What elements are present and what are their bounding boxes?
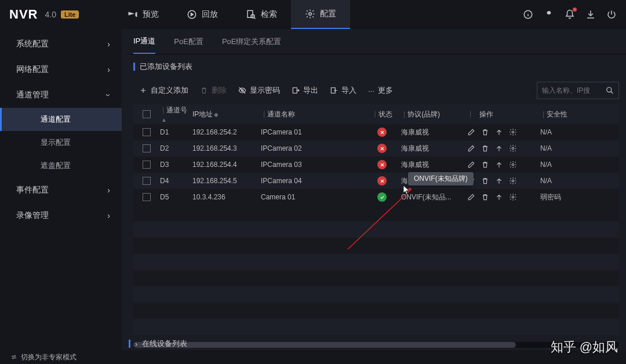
row-checkbox[interactable] — [143, 128, 151, 136]
svg-point-8 — [607, 88, 612, 92]
expert-mode-toggle[interactable]: 切换为非专家模式 — [21, 352, 77, 362]
settings-icon[interactable] — [509, 144, 517, 152]
col-operations[interactable]: 操作 — [479, 110, 493, 119]
cell-name: IPCamera 03 — [257, 161, 366, 169]
scrollbar-thumb[interactable] — [133, 342, 516, 348]
subtab-poe-config[interactable]: PoE配置 — [174, 29, 203, 54]
sidebar-mask-config[interactable]: 遮盖配置 — [0, 154, 122, 177]
col-protocol[interactable]: 协议(品牌) — [407, 110, 440, 118]
svg-point-11 — [512, 163, 514, 166]
row-checkbox[interactable] — [143, 144, 151, 152]
delete-icon[interactable] — [481, 193, 489, 201]
eye-off-icon — [238, 86, 246, 94]
delete-button[interactable]: 删除 — [194, 85, 232, 96]
edit-icon[interactable] — [467, 193, 475, 201]
delete-icon[interactable] — [481, 177, 489, 185]
footer-bar: 切换为非专家模式 — [0, 350, 626, 364]
svg-point-13 — [512, 196, 514, 198]
search-button[interactable] — [601, 82, 618, 99]
empty-row — [133, 319, 619, 335]
power-icon[interactable] — [606, 9, 617, 20]
sidebar-network[interactable]: 网络配置› — [0, 57, 122, 82]
chevron-right-icon: › — [107, 39, 110, 49]
row-checkbox[interactable] — [143, 193, 151, 201]
nav-config[interactable]: 配置 — [291, 0, 350, 29]
chevron-right-icon: › — [107, 211, 110, 220]
nav-search[interactable]: 检索 — [232, 0, 291, 29]
custom-add-button[interactable]: 自定义添加 — [133, 85, 194, 96]
table-row[interactable]: D3 192.168.254.4 IPCamera 03 海康威视 N/A — [133, 156, 619, 173]
sidebar-system[interactable]: 系统配置› — [0, 31, 122, 57]
download-icon[interactable] — [585, 9, 596, 20]
svg-point-10 — [512, 147, 514, 150]
up-icon[interactable] — [495, 177, 503, 185]
bell-icon[interactable] — [565, 9, 575, 20]
subtab-ip-channel[interactable]: IP通道 — [133, 29, 155, 54]
top-bar: NVR 4.0 Lite 预览 回放 检索 配置 — [0, 0, 626, 29]
nav-playback[interactable]: 回放 — [173, 0, 232, 29]
export-icon — [292, 86, 300, 94]
cell-channel: D2 — [160, 144, 192, 152]
online-devices-header[interactable]: › 在线设备列表 — [129, 338, 187, 349]
cell-operations — [464, 161, 537, 169]
delete-icon[interactable] — [481, 128, 489, 136]
settings-icon[interactable] — [509, 177, 517, 185]
table-row[interactable]: D4 192.168.254.5 IPCamera 04 海 N/A — [133, 173, 619, 189]
empty-row — [133, 221, 619, 238]
settings-icon[interactable] — [509, 161, 517, 169]
delete-icon[interactable] — [481, 161, 489, 169]
row-checkbox[interactable] — [143, 161, 151, 169]
col-status[interactable]: 状态 — [378, 110, 392, 119]
search-input[interactable] — [537, 86, 601, 94]
subtab-poe-binding[interactable]: PoE绑定关系配置 — [222, 29, 282, 54]
empty-row — [133, 286, 619, 303]
col-ip[interactable]: IP地址 — [192, 110, 213, 118]
sidebar-channel[interactable]: 通道管理› — [0, 82, 122, 108]
settings-icon[interactable] — [509, 193, 517, 201]
table-row[interactable]: D1 192.168.254.2 IPCamera 01 海康威视 N/A — [133, 124, 619, 140]
sidebar-record[interactable]: 录像管理› — [0, 203, 122, 228]
select-all-checkbox[interactable] — [143, 110, 151, 118]
sidebar-event[interactable]: 事件配置› — [0, 177, 122, 203]
up-icon[interactable] — [495, 128, 503, 136]
more-button[interactable]: ···更多 — [362, 85, 399, 96]
sidebar-display-config[interactable]: 显示配置 — [0, 131, 122, 154]
nav-preview[interactable]: 预览 — [114, 0, 173, 29]
row-checkbox[interactable] — [143, 177, 151, 185]
show-password-button[interactable]: 显示密码 — [232, 85, 286, 96]
import-button[interactable]: 导入 — [324, 85, 362, 96]
cell-ip: 192.168.254.2 — [192, 128, 257, 136]
table-row[interactable]: D2 192.168.254.3 IPCamera 02 海康威视 N/A — [133, 140, 619, 156]
sidebar-channel-config[interactable]: 通道配置 — [0, 108, 122, 131]
horizontal-scrollbar[interactable] — [133, 342, 619, 348]
table-row[interactable]: D5 10.3.4.236 Camera 01 ONVIF(未知品... 弱密码 — [133, 189, 619, 205]
edit-icon[interactable] — [467, 161, 475, 169]
up-icon[interactable] — [495, 161, 503, 169]
main-nav: 预览 回放 检索 配置 — [114, 0, 350, 29]
cell-name: Camera 01 — [257, 193, 366, 201]
edit-icon[interactable] — [467, 177, 475, 185]
edit-icon[interactable] — [467, 128, 475, 136]
cell-security: 弱密码 — [537, 192, 606, 202]
svg-point-12 — [512, 180, 514, 182]
playback-icon — [187, 9, 197, 20]
fan-icon[interactable] — [544, 9, 554, 20]
cell-operations — [464, 177, 537, 185]
edit-icon[interactable] — [467, 144, 475, 152]
brand: NVR 4.0 Lite — [9, 7, 79, 22]
settings-icon[interactable] — [509, 128, 517, 136]
delete-icon[interactable] — [481, 144, 489, 152]
cell-operations — [464, 144, 537, 152]
col-name[interactable]: 通道名称 — [267, 110, 295, 118]
col-security[interactable]: 安全性 — [547, 110, 567, 118]
up-icon[interactable] — [495, 144, 503, 152]
gear-icon — [305, 9, 315, 19]
info-icon[interactable] — [523, 9, 533, 20]
trash-icon — [200, 86, 208, 94]
brand-version: 4.0 — [45, 10, 56, 19]
added-devices-header: 已添加设备列表 — [133, 61, 626, 72]
cell-protocol: 海康威视 — [398, 144, 464, 154]
col-channel[interactable]: 通道号 — [166, 106, 187, 114]
up-icon[interactable] — [495, 193, 503, 201]
export-button[interactable]: 导出 — [286, 85, 324, 96]
